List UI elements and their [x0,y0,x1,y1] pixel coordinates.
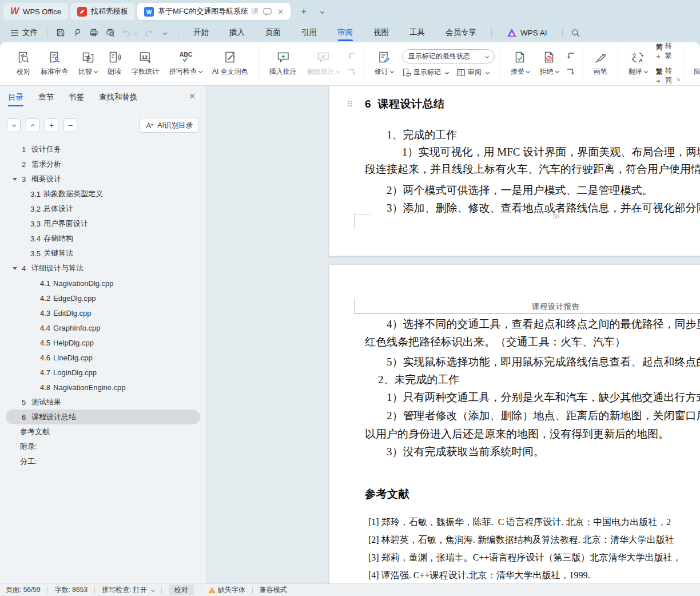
translate-button[interactable]: 文A 翻译 [623,47,653,80]
previous-change-button[interactable] [565,50,576,61]
status-missing-font[interactable]: 缺失字体 [208,585,245,595]
toc-item[interactable]: 附录: [6,439,200,454]
tab-document-active[interactable]: W 基于MFC的交通图导航系统 课 ✕ [137,3,291,20]
document-page-57[interactable]: 课程设计报告 4）选择不同的交通工具，查看起点和终点之间的最优路径，同步显示路径… [329,264,700,583]
toc-item[interactable]: 分工: [6,454,200,469]
menu-review[interactable]: 审阅 [327,23,363,42]
tab-wps-office[interactable]: W WPS Office [3,3,68,20]
save-button[interactable] [53,26,67,39]
next-comment-button[interactable] [346,66,357,77]
menu-member[interactable]: 会员专享 [435,23,487,42]
review-pane-button[interactable]: 审阅 [456,67,489,77]
restrict-editing-button[interactable]: 限制编辑 [689,47,700,80]
tab-docer-templates[interactable]: 找稻壳模板 [70,3,135,20]
toc-item[interactable]: 3.3 用户界面设计 [6,216,200,231]
sidebar-tab-toc[interactable]: 目录 [8,86,23,109]
word-count-button[interactable]: 12 字数统计 [126,47,164,80]
toc-item[interactable]: 4.7 LoginDlg.cpp [6,365,200,380]
undo-button[interactable] [120,26,139,39]
document-canvas[interactable]: ⠿ 6 课程设计总结 1、完成的工作 1）实现可视化，用 MFC 设计界面，界面… [206,86,700,583]
sidebar-tab-chapters[interactable]: 章节 [38,86,54,109]
search-button[interactable] [568,26,583,39]
toc-item[interactable]: 5 测试结果 [6,395,200,410]
ribbon-review: 校对 标准审查 比较 朗读 12 字数统计 ABC 拼写检查 AI 全文润色 [0,42,700,86]
collapse-triangle-icon[interactable] [13,178,17,183]
pen-button[interactable]: 画笔 [588,47,612,80]
status-page-indicator[interactable]: 页面: 56/59 [6,585,41,595]
doc-line: 以用户的身份进入后还是原来的地图，没有得到更新后的地图。 [365,427,669,442]
collapse-triangle-icon[interactable] [13,267,17,272]
read-aloud-button[interactable]: 朗读 [102,47,126,80]
toc-item[interactable]: 3.2 总体设计 [6,201,200,216]
menu-reference[interactable]: 引用 [291,23,327,42]
status-compat-mode[interactable]: 兼容模式 [260,585,287,595]
ai-recognize-toc-button[interactable]: AI识别目录 [140,118,199,133]
toc-item[interactable]: 4.8 NagivationEngine.cpp [6,380,200,395]
proofread-button[interactable]: 校对 [11,47,35,80]
toc-item[interactable]: 4.2 EdgeDlg.cpp [6,291,200,305]
toc-item[interactable]: 3.1 抽象数据类型定义 [6,186,200,201]
tab-list-dropdown[interactable] [315,4,329,19]
expand-all-button[interactable] [26,118,39,132]
tab-close-icon[interactable]: ✕ [277,7,284,16]
redo-button[interactable] [141,26,156,39]
toc-item[interactable]: 4.4 GraphInfo.cpp [6,320,200,335]
toc-item[interactable]: 4 详细设计与算法 [6,261,200,276]
toc-item[interactable]: 4.1 NagivationDlg.cpp [6,276,200,291]
print-preview-button[interactable] [103,26,117,39]
toc-item[interactable]: 4.3 EditDlg.cpp [6,305,200,320]
wps-ai-button[interactable]: WPS AI [496,23,558,42]
quick-access-dropdown[interactable] [158,26,172,39]
sidebar-close-icon[interactable]: ✕ [189,92,196,101]
status-proofread-button[interactable]: 校对 [169,585,194,595]
print-button[interactable] [86,26,101,39]
toc-item[interactable]: 1 设计任务 [6,142,200,157]
menu-tools[interactable]: 工具 [399,23,435,42]
accept-button[interactable]: 接受 [506,47,535,80]
to-simplified-button[interactable]: 繁 转简 [656,66,672,85]
collapse-all-button[interactable] [7,118,21,132]
menu-view[interactable]: 视图 [363,23,399,42]
toc-item[interactable]: 4.6 LineDlg.cpp [6,350,200,365]
to-traditional-button[interactable]: 简 转繁 [656,41,672,61]
menu-page[interactable]: 页面 [255,23,291,42]
sidebar-tab-find-replace[interactable]: 查找和替换 [99,86,138,109]
next-change-button[interactable] [565,66,576,77]
toc-item[interactable]: 3.5 关键算法 [6,246,200,261]
toc-item[interactable]: 3 概要设计 [6,172,200,186]
previous-comment-button[interactable] [346,50,357,61]
sidebar-tab-bookmarks[interactable]: 书签 [69,86,84,109]
menu-insert[interactable]: 插入 [219,23,255,42]
paragraph-drag-handle-icon[interactable]: ⠿ [347,100,352,109]
ai-polish-button[interactable]: AI 全文润色 [207,47,253,80]
delete-comment-button[interactable]: 删除批注 [302,47,345,80]
new-tab-button[interactable]: + [296,4,311,19]
dialog-launcher-icon[interactable] [675,74,680,83]
search-icon [571,28,580,38]
standard-review-button[interactable]: 标准审查 [35,47,73,80]
markup-state-select[interactable]: 显示标记的最终状态 [402,49,495,63]
svg-text:12: 12 [142,54,148,59]
toc-item[interactable]: 4.5 HelpDlg.cpp [6,335,200,350]
toc-item[interactable]: 3.4 存储结构 [6,231,200,246]
toc-item[interactable]: 2 需求分析 [6,157,200,172]
spell-check-button[interactable]: ABC 拼写检查 [164,47,207,80]
insert-comment-button[interactable]: 插入批注 [264,47,302,80]
track-changes-button[interactable]: 修订 [369,47,399,80]
file-menu[interactable]: 文件 [6,27,42,38]
document-page-56[interactable]: ⠿ 6 课程设计总结 1、完成的工作 1）实现可视化，用 MFC 设计界面，界面… [329,86,700,256]
reference-item: [3] 郑莉，董渊，张瑞丰。C++语言程序设计（第三版）北京清华大学出版社， [368,552,681,564]
status-word-count[interactable]: 字数: 8653 [55,585,88,595]
toc-item[interactable]: 6 课程设计总结 [6,410,200,424]
zoom-out-toc-button[interactable]: − [63,118,77,132]
zoom-in-toc-button[interactable]: + [45,118,58,132]
compare-button[interactable]: 比较 [73,47,102,80]
show-markup-button[interactable]: 显示标记 [402,67,448,77]
reject-button[interactable]: 拒绝 [535,47,564,80]
menu-home[interactable]: 开始 [183,23,219,42]
read-aloud-icon [108,50,121,64]
toc-item[interactable]: 参考文献 [6,424,200,439]
status-spell-check[interactable]: 拼写检查: 打开 [102,585,154,595]
export-pdf-button[interactable] [70,26,84,39]
ai-polish-icon [223,50,237,64]
